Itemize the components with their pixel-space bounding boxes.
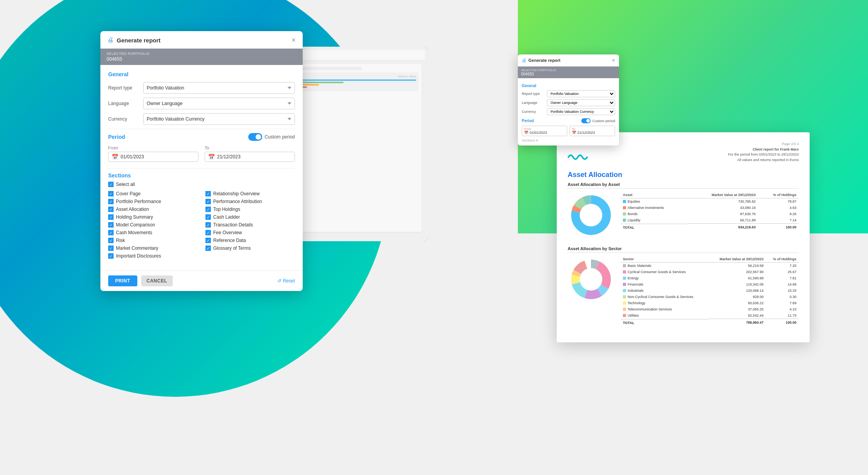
portfolio-value: 004655 <box>107 56 296 62</box>
model-comparison-checkbox[interactable] <box>108 222 114 228</box>
table-row: Energy 61,590.68 7.81 <box>621 275 799 281</box>
from-date-input[interactable] <box>121 154 195 160</box>
from-date-field: From 📅 <box>108 145 198 162</box>
portfolio-performance-label: Portfolio Performance <box>116 199 161 204</box>
dialog-small-period-title: Period <box>522 119 534 123</box>
top-holdings-checkbox[interactable] <box>205 207 211 212</box>
table-row: Basic Materials 56,219.58 7.20 <box>621 263 799 269</box>
reset-button[interactable]: ↺ Reset <box>277 278 295 284</box>
table-row: Equities 730,785.82 78.87 <box>621 198 799 205</box>
dialog-small-custom-period-toggle[interactable] <box>581 118 591 123</box>
cancel-button[interactable]: CANCEL <box>141 275 173 286</box>
dialog-small-report-type-select[interactable]: Portfolio Valuation <box>547 90 615 97</box>
relationship-overview-label: Relationship Overview <box>213 191 260 196</box>
svg-point-4 <box>580 204 602 226</box>
section-item-holding-summary: Holding Summary <box>108 214 198 220</box>
table-row: Technology 60,636.22 7.69 <box>621 300 799 306</box>
cash-ladder-checkbox[interactable] <box>205 214 211 220</box>
table-total-row: TOTAL 788,960.47 100.00 <box>621 319 799 326</box>
model-comparison-label: Model Comparison <box>116 222 155 228</box>
report-page: Generated on 13/05/2024 Page 2/3 4 Clien… <box>557 132 810 342</box>
dialog-small-general-title: General <box>522 84 615 88</box>
dialog-small-title: Generate report <box>528 58 561 63</box>
asset-allocation-label: Asset Allocation <box>116 207 149 212</box>
period-title: Period <box>108 134 125 140</box>
dialog-main-title: Generate report <box>117 37 161 44</box>
dialog-small-currency-select[interactable]: Portfolio Valuation Currency <box>547 108 615 115</box>
from-label: From <box>108 145 198 150</box>
glossary-label: Glossary of Terms <box>213 245 251 251</box>
market-commentary-checkbox[interactable] <box>108 245 114 251</box>
dialog-small-language-select[interactable]: Owner Language <box>547 99 615 106</box>
table-row: Financials 115,342.06 14.68 <box>621 281 799 287</box>
section-item-cash-movements: Cash Movements <box>108 230 198 235</box>
cover-page-checkbox[interactable] <box>108 191 114 196</box>
important-disclosures-label: Important Disclosures <box>116 253 161 259</box>
language-label: Language <box>108 101 143 106</box>
table-row: Industrials 120,068.14 15.33 <box>621 287 799 294</box>
custom-period-toggle[interactable] <box>248 133 262 141</box>
from-date-input-wrap: 📅 <box>108 152 198 162</box>
section-item-cash-ladder: Cash Ladder <box>205 214 295 220</box>
period-row: Period Custom period <box>108 133 295 141</box>
to-calendar-icon: 📅 <box>208 154 215 160</box>
asset-allocation-by-asset-table: Asset Market Value at 29/12/2023 % of Ho… <box>621 192 799 239</box>
section-item-market-commentary: Market Commentary <box>108 245 198 251</box>
asset-allocation-checkbox[interactable] <box>108 207 114 212</box>
risk-checkbox[interactable] <box>108 238 114 243</box>
sections-title: Sections <box>108 172 295 179</box>
asset-allocation-by-sector-area: Sector Market Value at 29/12/2023 % of H… <box>568 256 799 326</box>
table-total-row: TOTAL 934,218.63 100.00 <box>621 224 799 231</box>
select-all-row: Select all <box>108 182 295 187</box>
asset-allocation-by-asset-title: Asset Allocation by Asset <box>568 182 799 189</box>
asset-donut-chart <box>568 192 614 239</box>
performance-attribution-checkbox[interactable] <box>205 199 211 204</box>
transaction-details-label: Transaction Details <box>213 222 253 228</box>
table-row: Utilities 92,542.44 11.73 <box>621 312 799 319</box>
laptop-chart-right: Asset Market Value <box>289 64 422 232</box>
portfolio-performance-checkbox[interactable] <box>108 199 114 204</box>
reference-data-checkbox[interactable] <box>205 238 211 243</box>
risk-label: Risk <box>116 238 125 243</box>
dialog-small-close-button[interactable]: × <box>612 58 615 63</box>
language-select[interactable]: Owner Language <box>143 98 295 109</box>
asset-allocation-by-sector-title: Asset Allocation by Sector <box>568 246 799 253</box>
select-all-checkbox[interactable] <box>108 182 114 187</box>
asset-allocation-by-sector-table: Sector Market Value at 29/12/2023 % of H… <box>621 256 799 326</box>
currency-label: Currency <box>108 116 143 122</box>
transaction-details-checkbox[interactable] <box>205 222 211 228</box>
dialog-small-to-date: To 📅 21/12/2023 <box>570 126 615 136</box>
section-item-cover-page: Cover Page <box>108 191 198 196</box>
fee-overview-checkbox[interactable] <box>205 230 211 235</box>
dialog-small-from-date: From 📅 01/01/2023 <box>522 126 567 136</box>
report-type-select[interactable]: Portfolio Valuation <box>143 82 295 94</box>
portfolio-bar: SELECTED PORTFOLIO 004655 <box>100 49 303 65</box>
holding-summary-checkbox[interactable] <box>108 214 114 220</box>
section-item-important-disclosures: Important Disclosures <box>108 253 198 259</box>
relationship-overview-checkbox[interactable] <box>205 191 211 196</box>
section-item-risk: Risk <box>108 238 198 243</box>
print-button[interactable]: PRINT <box>108 275 137 286</box>
currency-select[interactable]: Portfolio Valuation Currency <box>143 113 295 125</box>
fee-overview-label: Fee Overview <box>213 230 242 235</box>
important-disclosures-checkbox[interactable] <box>108 253 114 259</box>
table-row: Liquidity 66,711.89 7.14 <box>621 217 799 224</box>
dialog-main-close-button[interactable]: × <box>291 37 296 44</box>
top-holdings-label: Top Holdings <box>213 207 240 212</box>
table-row: Cyclical Consumer Goods & Services 202,5… <box>621 269 799 275</box>
to-date-input[interactable] <box>217 154 291 160</box>
dialog-small-portfolio-bar: SELECTED PORTFOLIO 004655 <box>518 67 619 78</box>
report-main-title: Asset Allocation <box>568 171 799 179</box>
glossary-checkbox[interactable] <box>205 245 211 251</box>
section-item-reference-data: Reference Data <box>205 238 295 243</box>
printer-icon: 🖨 <box>107 37 114 44</box>
date-range-row: From 📅 To 📅 <box>108 145 295 162</box>
performance-attribution-label: Performance Attribution <box>213 199 262 204</box>
section-item-asset-allocation: Asset Allocation <box>108 207 198 212</box>
cash-movements-checkbox[interactable] <box>108 230 114 235</box>
table-row: Non-Cyclical Consumer Goods & Services 8… <box>621 294 799 300</box>
to-date-field: To 📅 <box>205 145 295 162</box>
dialog-main: 🖨 Generate report × SELECTED PORTFOLIO 0… <box>100 31 303 291</box>
asset-allocation-by-asset-area: Asset Market Value at 29/12/2023 % of Ho… <box>568 192 799 239</box>
section-item-model-comparison: Model Comparison <box>108 222 198 228</box>
